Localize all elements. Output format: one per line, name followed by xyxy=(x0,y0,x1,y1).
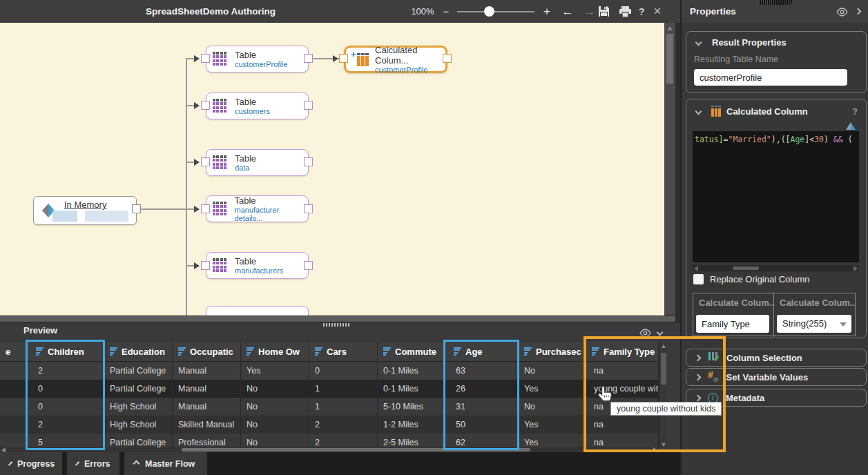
cell[interactable]: 1 xyxy=(309,380,378,398)
cell[interactable]: 26 xyxy=(445,380,519,398)
column-header-label[interactable]: Age xyxy=(465,347,483,357)
input-port[interactable] xyxy=(201,204,210,213)
cell[interactable]: No xyxy=(241,434,309,447)
panel-drag-handle[interactable] xyxy=(759,0,792,5)
collapse-panel-icon[interactable] xyxy=(855,8,862,15)
sort-filter-icon[interactable] xyxy=(110,347,117,356)
cell[interactable]: 50 xyxy=(445,416,519,434)
node-table-manufacturers[interactable]: Tablemanufacturers xyxy=(206,252,309,279)
column-header-label[interactable]: Purchasec xyxy=(536,347,581,357)
cell[interactable]: 1-2 Miles xyxy=(378,416,445,434)
cell[interactable]: No xyxy=(519,398,584,416)
help-icon[interactable]: ? xyxy=(852,106,858,117)
cell[interactable]: Manual xyxy=(173,380,241,398)
node-calculated-column[interactable]: + Calculated Colum...customerProfile xyxy=(344,46,447,73)
input-port[interactable] xyxy=(201,261,210,270)
cell[interactable] xyxy=(0,416,26,434)
sort-filter-icon[interactable] xyxy=(247,347,254,356)
cell-hovered[interactable]: young couple without kids xyxy=(584,380,659,398)
cell[interactable]: 62 xyxy=(445,434,519,447)
preview-collapse-icon[interactable] xyxy=(657,329,664,336)
column-name-input[interactable] xyxy=(696,315,769,333)
cell[interactable]: High School xyxy=(104,416,173,434)
section-column-selection[interactable]: Column Selection xyxy=(686,349,867,367)
cell[interactable]: No xyxy=(241,398,309,416)
node-table-customerprofile[interactable]: TablecustomerProfile xyxy=(206,46,309,72)
chevron-down-icon[interactable] xyxy=(695,39,702,46)
cell[interactable] xyxy=(0,362,26,380)
cell[interactable]: na xyxy=(584,416,659,434)
cell[interactable]: Manual xyxy=(173,362,241,380)
cell[interactable]: Yes xyxy=(519,416,584,434)
canvas-horizontal-scrollbar[interactable] xyxy=(0,316,675,322)
section-title[interactable]: Calculated Column xyxy=(726,106,808,117)
cell[interactable]: na xyxy=(584,362,659,380)
cell[interactable]: 1 xyxy=(309,398,378,416)
cell[interactable]: Skilled Manual xyxy=(173,416,241,434)
section-set-variable-values[interactable]: #@ Set Variable Values xyxy=(686,368,867,386)
chevron-down-icon[interactable] xyxy=(695,108,702,115)
column-header-label[interactable]: Occupatic xyxy=(190,347,233,357)
zoom-slider-thumb[interactable] xyxy=(484,6,494,17)
scrollbar-thumb[interactable] xyxy=(182,448,530,452)
cell[interactable]: 0 xyxy=(26,398,104,416)
close-button[interactable]: × xyxy=(650,0,664,23)
cell[interactable]: 2 xyxy=(309,434,378,447)
scrollbar-thumb[interactable] xyxy=(733,266,759,270)
cell[interactable]: High School xyxy=(104,398,173,416)
output-port[interactable] xyxy=(443,54,452,63)
preview-vertical-scrollbar[interactable] xyxy=(659,342,667,447)
node-table-manufacturer-details[interactable]: Tablemanufacturer details... xyxy=(206,195,309,222)
column-header-label[interactable]: Children xyxy=(48,347,84,357)
output-port[interactable] xyxy=(132,204,141,213)
sort-filter-icon[interactable] xyxy=(315,347,322,356)
input-port[interactable] xyxy=(201,54,210,63)
formula-editor[interactable]: tatus]="Married"),([Age]<30) && ( xyxy=(693,131,859,262)
section-title[interactable]: Result Properties xyxy=(712,37,787,48)
column-header-label[interactable]: e xyxy=(6,347,10,357)
zoom-slider-track[interactable] xyxy=(457,11,534,12)
cell[interactable]: 31 xyxy=(445,398,519,416)
save-icon[interactable] xyxy=(598,6,610,20)
output-port[interactable] xyxy=(304,101,313,110)
node-table-partial[interactable] xyxy=(206,306,309,316)
scrollbar-thumb[interactable] xyxy=(666,34,673,84)
cell[interactable]: Partial College xyxy=(104,362,173,380)
sort-filter-icon[interactable] xyxy=(383,347,391,356)
cell[interactable]: 63 xyxy=(445,362,519,380)
tab-master-flow[interactable]: Master Flow xyxy=(124,452,207,475)
redo-button[interactable]: → xyxy=(581,0,598,23)
node-table-data[interactable]: Tabledata xyxy=(206,149,309,176)
sort-filter-icon[interactable] xyxy=(36,347,44,356)
cell[interactable]: 2 xyxy=(26,416,104,434)
table-row[interactable]: 0 Partial College Manual No 1 0-1 Miles … xyxy=(0,380,659,398)
preview-eye-icon[interactable] xyxy=(639,328,651,340)
cell[interactable]: 2 xyxy=(26,362,104,380)
properties-eye-icon[interactable] xyxy=(836,7,848,19)
scrollbar-thumb[interactable] xyxy=(661,353,666,385)
cell[interactable]: Yes xyxy=(519,380,584,398)
zoom-out-button[interactable]: − xyxy=(439,0,453,23)
flow-canvas[interactable]: In Memory TablecustomerProfile Tablecust… xyxy=(0,23,664,316)
cell[interactable]: No xyxy=(519,362,584,380)
column-header-label[interactable]: Commute xyxy=(395,347,436,357)
undo-button[interactable]: ← xyxy=(559,0,576,23)
cell[interactable]: 2 xyxy=(309,416,378,434)
print-icon[interactable] xyxy=(619,6,632,20)
resulting-table-name-input[interactable] xyxy=(694,69,847,86)
canvas-vertical-scrollbar[interactable] xyxy=(664,23,675,316)
column-header-label[interactable]: Home Ow xyxy=(258,347,300,357)
cell[interactable] xyxy=(0,380,26,398)
editor-horizontal-scrollbar[interactable] xyxy=(693,265,859,271)
cell[interactable]: Yes xyxy=(241,362,309,380)
cell[interactable]: Partial College xyxy=(104,380,173,398)
sort-filter-icon[interactable] xyxy=(454,347,461,356)
cell[interactable]: 5 xyxy=(26,434,104,447)
preview-horizontal-scrollbar[interactable] xyxy=(0,447,659,452)
cell[interactable]: 0-1 Miles xyxy=(378,380,445,398)
cell[interactable]: Professional xyxy=(173,434,241,447)
node-in-memory[interactable]: In Memory xyxy=(33,196,137,225)
cell[interactable]: 5-10 Miles xyxy=(378,398,445,416)
cell[interactable]: na xyxy=(584,434,659,447)
input-port[interactable] xyxy=(339,54,348,63)
